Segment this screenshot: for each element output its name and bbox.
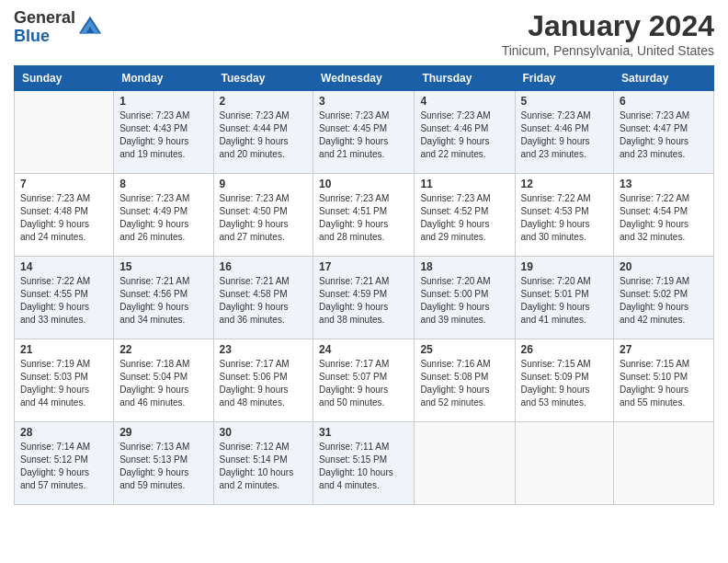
day-number: 22: [119, 343, 207, 356]
day-number: 27: [620, 343, 708, 356]
day-number: 3: [319, 95, 408, 108]
day-number: 30: [220, 426, 308, 439]
calendar-cell: 18Sunrise: 7:20 AMSunset: 5:00 PMDayligh…: [415, 257, 515, 339]
day-number: 7: [20, 178, 108, 190]
day-number: 29: [119, 426, 207, 439]
calendar-cell: [515, 422, 614, 505]
calendar-cell: 11Sunrise: 7:23 AMSunset: 4:52 PMDayligh…: [415, 174, 515, 257]
calendar-cell: 7Sunrise: 7:23 AMSunset: 4:48 PMDaylight…: [15, 174, 114, 257]
week-row-4: 21Sunrise: 7:19 AMSunset: 5:03 PMDayligh…: [15, 339, 714, 422]
location: Tinicum, Pennsylvania, United States: [502, 43, 714, 58]
calendar-body: 1Sunrise: 7:23 AMSunset: 4:43 PMDaylight…: [15, 91, 714, 505]
logo-text: General Blue: [14, 9, 75, 46]
col-tuesday: Tuesday: [213, 66, 313, 91]
logo: General Blue: [14, 9, 103, 46]
calendar-cell: 29Sunrise: 7:13 AMSunset: 5:13 PMDayligh…: [114, 422, 213, 505]
page-header: General Blue January 2024 Tinicum, Penns…: [14, 9, 714, 58]
day-info: Sunrise: 7:20 AMSunset: 5:00 PMDaylight:…: [420, 275, 508, 327]
day-number: 5: [521, 95, 609, 108]
calendar-cell: 22Sunrise: 7:18 AMSunset: 5:04 PMDayligh…: [114, 339, 213, 422]
day-number: 24: [319, 343, 408, 356]
calendar-cell: 24Sunrise: 7:17 AMSunset: 5:07 PMDayligh…: [313, 339, 415, 422]
calendar-cell: 23Sunrise: 7:17 AMSunset: 5:06 PMDayligh…: [213, 339, 313, 422]
calendar-cell: 31Sunrise: 7:11 AMSunset: 5:15 PMDayligh…: [313, 422, 415, 505]
day-info: Sunrise: 7:16 AMSunset: 5:08 PMDaylight:…: [420, 358, 508, 409]
col-saturday: Saturday: [614, 66, 714, 91]
day-number: 16: [220, 260, 308, 273]
day-info: Sunrise: 7:23 AMSunset: 4:43 PMDaylight:…: [119, 109, 207, 161]
calendar-cell: 26Sunrise: 7:15 AMSunset: 5:09 PMDayligh…: [515, 339, 614, 422]
day-info: Sunrise: 7:17 AMSunset: 5:07 PMDaylight:…: [319, 358, 408, 409]
col-wednesday: Wednesday: [313, 66, 415, 91]
calendar-cell: 13Sunrise: 7:22 AMSunset: 4:54 PMDayligh…: [614, 174, 714, 257]
calendar-cell: [614, 422, 714, 505]
day-number: 28: [20, 426, 108, 439]
calendar-cell: 14Sunrise: 7:22 AMSunset: 4:55 PMDayligh…: [15, 257, 114, 339]
day-number: 10: [319, 178, 408, 190]
day-info: Sunrise: 7:21 AMSunset: 4:59 PMDaylight:…: [319, 275, 408, 327]
day-info: Sunrise: 7:23 AMSunset: 4:44 PMDaylight:…: [220, 109, 308, 161]
week-row-3: 14Sunrise: 7:22 AMSunset: 4:55 PMDayligh…: [15, 257, 714, 339]
calendar-cell: 20Sunrise: 7:19 AMSunset: 5:02 PMDayligh…: [614, 257, 714, 339]
calendar-cell: 1Sunrise: 7:23 AMSunset: 4:43 PMDaylight…: [114, 91, 213, 174]
calendar-cell: 3Sunrise: 7:23 AMSunset: 4:45 PMDaylight…: [313, 91, 415, 174]
day-info: Sunrise: 7:22 AMSunset: 4:54 PMDaylight:…: [620, 192, 708, 244]
day-number: 21: [20, 343, 108, 356]
calendar-cell: 8Sunrise: 7:23 AMSunset: 4:49 PMDaylight…: [114, 174, 213, 257]
day-info: Sunrise: 7:23 AMSunset: 4:47 PMDaylight:…: [620, 109, 708, 161]
day-number: 26: [521, 343, 609, 356]
week-row-5: 28Sunrise: 7:14 AMSunset: 5:12 PMDayligh…: [15, 422, 714, 505]
day-info: Sunrise: 7:19 AMSunset: 5:02 PMDaylight:…: [620, 275, 708, 327]
day-info: Sunrise: 7:14 AMSunset: 5:12 PMDaylight:…: [20, 441, 108, 492]
day-number: 14: [20, 260, 108, 273]
day-number: 6: [620, 95, 708, 108]
day-info: Sunrise: 7:15 AMSunset: 5:10 PMDaylight:…: [620, 358, 708, 409]
day-info: Sunrise: 7:12 AMSunset: 5:14 PMDaylight:…: [220, 441, 308, 492]
day-info: Sunrise: 7:23 AMSunset: 4:50 PMDaylight:…: [220, 192, 308, 244]
calendar-cell: 25Sunrise: 7:16 AMSunset: 5:08 PMDayligh…: [415, 339, 515, 422]
day-number: 23: [220, 343, 308, 356]
calendar-cell: [15, 91, 114, 174]
calendar-cell: 16Sunrise: 7:21 AMSunset: 4:58 PMDayligh…: [213, 257, 313, 339]
calendar-cell: 15Sunrise: 7:21 AMSunset: 4:56 PMDayligh…: [114, 257, 213, 339]
day-info: Sunrise: 7:23 AMSunset: 4:51 PMDaylight:…: [319, 192, 408, 244]
header-row: Sunday Monday Tuesday Wednesday Thursday…: [15, 66, 714, 91]
col-sunday: Sunday: [15, 66, 114, 91]
day-info: Sunrise: 7:23 AMSunset: 4:48 PMDaylight:…: [20, 192, 108, 244]
col-monday: Monday: [114, 66, 213, 91]
day-number: 20: [620, 260, 708, 273]
day-info: Sunrise: 7:15 AMSunset: 5:09 PMDaylight:…: [521, 358, 609, 409]
day-info: Sunrise: 7:19 AMSunset: 5:03 PMDaylight:…: [20, 358, 108, 409]
day-info: Sunrise: 7:11 AMSunset: 5:15 PMDaylight:…: [319, 441, 408, 492]
col-friday: Friday: [515, 66, 614, 91]
day-number: 13: [620, 178, 708, 190]
day-number: 31: [319, 426, 408, 439]
day-info: Sunrise: 7:17 AMSunset: 5:06 PMDaylight:…: [220, 358, 308, 409]
calendar-cell: 4Sunrise: 7:23 AMSunset: 4:46 PMDaylight…: [415, 91, 515, 174]
day-info: Sunrise: 7:18 AMSunset: 5:04 PMDaylight:…: [119, 358, 207, 409]
title-area: January 2024 Tinicum, Pennsylvania, Unit…: [502, 9, 714, 58]
logo-icon: [77, 15, 103, 40]
calendar-cell: 9Sunrise: 7:23 AMSunset: 4:50 PMDaylight…: [213, 174, 313, 257]
day-info: Sunrise: 7:21 AMSunset: 4:58 PMDaylight:…: [220, 275, 308, 327]
day-number: 18: [420, 260, 508, 273]
day-number: 25: [420, 343, 508, 356]
day-info: Sunrise: 7:21 AMSunset: 4:56 PMDaylight:…: [119, 275, 207, 327]
day-number: 1: [119, 95, 207, 108]
calendar-cell: 2Sunrise: 7:23 AMSunset: 4:44 PMDaylight…: [213, 91, 313, 174]
calendar-cell: 5Sunrise: 7:23 AMSunset: 4:46 PMDaylight…: [515, 91, 614, 174]
day-info: Sunrise: 7:23 AMSunset: 4:45 PMDaylight:…: [319, 109, 408, 161]
calendar-cell: 30Sunrise: 7:12 AMSunset: 5:14 PMDayligh…: [213, 422, 313, 505]
day-info: Sunrise: 7:23 AMSunset: 4:46 PMDaylight:…: [420, 109, 508, 161]
day-info: Sunrise: 7:13 AMSunset: 5:13 PMDaylight:…: [119, 441, 207, 492]
day-number: 19: [521, 260, 609, 273]
day-number: 12: [521, 178, 609, 190]
day-number: 8: [119, 178, 207, 190]
day-number: 2: [220, 95, 308, 108]
day-info: Sunrise: 7:22 AMSunset: 4:53 PMDaylight:…: [521, 192, 609, 244]
day-info: Sunrise: 7:22 AMSunset: 4:55 PMDaylight:…: [20, 275, 108, 327]
month-year: January 2024: [502, 9, 714, 43]
day-number: 17: [319, 260, 408, 273]
calendar-cell: 10Sunrise: 7:23 AMSunset: 4:51 PMDayligh…: [313, 174, 415, 257]
day-info: Sunrise: 7:23 AMSunset: 4:49 PMDaylight:…: [119, 192, 207, 244]
